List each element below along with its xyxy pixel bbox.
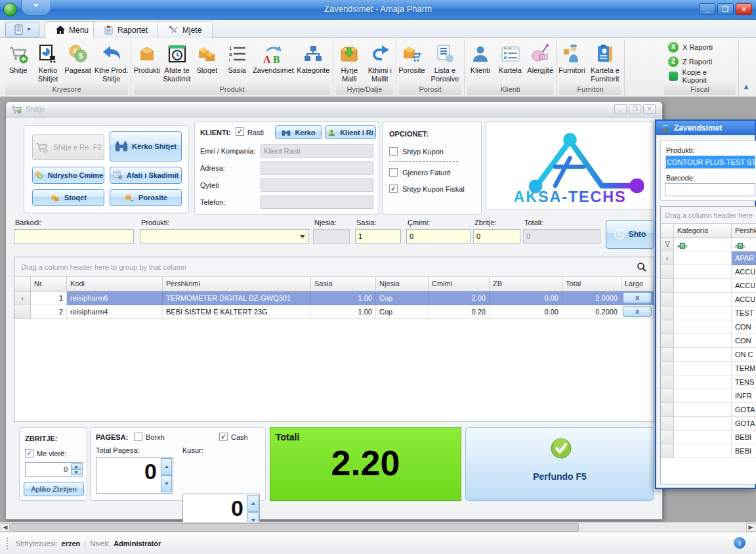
ribbon-item-klienti[interactable]: Klienti bbox=[466, 41, 495, 84]
change-prices-button[interactable]: $ Ndrysho Cmime bbox=[32, 167, 104, 184]
ribbon-collapse-button[interactable]: ▲ bbox=[739, 39, 753, 96]
new-sale-button[interactable]: Shitje e Re- F2 bbox=[32, 134, 104, 160]
scroll-left-button[interactable]: ◀ bbox=[1, 523, 10, 532]
shtyp-kupon-fiskal-checkbox[interactable]: ✓ bbox=[389, 184, 398, 193]
me-vlere-checkbox[interactable]: ✓ bbox=[25, 449, 33, 458]
ribbon-item-lista-porosive[interactable]: Lista e Porosive bbox=[427, 41, 463, 84]
list-item[interactable]: TERM bbox=[661, 362, 756, 375]
list-item[interactable]: CON bbox=[661, 334, 756, 348]
ribbon-item-kartela[interactable]: Kartela bbox=[496, 41, 525, 84]
column-header-sasia[interactable]: Sasia bbox=[311, 277, 376, 291]
totali-entry-input[interactable] bbox=[523, 229, 600, 244]
ribbon-item-sasia[interactable]: 1ai Sasia bbox=[222, 41, 251, 84]
apply-discount-button[interactable]: Apliko Zbritjen bbox=[24, 482, 84, 496]
list-item[interactable]: ON C bbox=[661, 348, 756, 362]
total-pagesa-spinner[interactable]: 0 bbox=[96, 457, 173, 494]
ribbon-item-produkti[interactable]: Produkti bbox=[133, 41, 161, 84]
cmimi-input[interactable] bbox=[406, 229, 471, 244]
shitje-window-titlebar[interactable]: Shitje _ ❒ ✕ bbox=[6, 102, 662, 117]
spin-up-button[interactable] bbox=[247, 495, 259, 512]
shto-button[interactable]: Shto bbox=[606, 220, 654, 249]
column-header-kategoria[interactable]: Kategoria bbox=[674, 224, 732, 238]
stocks-button[interactable]: Stoqet bbox=[32, 189, 104, 206]
ribbon-item-kthimi-mallit[interactable]: Kthimi i Mallit bbox=[366, 41, 395, 84]
ribbon-item-hyrje-malli[interactable]: Hyrje Malli bbox=[335, 41, 364, 84]
cash-checkbox[interactable]: ✓ bbox=[219, 433, 228, 441]
list-item[interactable]: TEST bbox=[661, 307, 756, 320]
maximize-button[interactable]: ❒ bbox=[629, 104, 641, 114]
spin-up-button[interactable] bbox=[71, 463, 81, 469]
table-row[interactable]: 2 reisipharm4 BEBI SISTEM E KALTERT 23G … bbox=[14, 305, 654, 319]
ribbon-item-kategorite[interactable]: Kategorite bbox=[295, 41, 331, 84]
telefon-input[interactable] bbox=[261, 196, 373, 209]
rp-produkti-input[interactable]: CONTOUR PLUS-TEST STR bbox=[665, 156, 755, 169]
list-item[interactable]: INFR bbox=[661, 389, 756, 403]
remove-row-button[interactable]: x bbox=[623, 292, 652, 303]
tab-mjete[interactable]: Mjete bbox=[158, 21, 213, 38]
column-header-cmimi[interactable]: Cmimi bbox=[429, 277, 490, 291]
horizontal-scrollbar[interactable]: ◀ ▶ bbox=[0, 522, 756, 532]
list-item[interactable]: GOTA bbox=[661, 403, 756, 417]
list-item[interactable]: BEBI bbox=[661, 444, 756, 458]
close-button[interactable]: ✕ bbox=[643, 104, 656, 114]
produkti-select[interactable] bbox=[140, 229, 309, 244]
search-sales-button[interactable]: Kërko Shitjet bbox=[110, 131, 182, 161]
ribbon-item-zavendsimet[interactable]: AB Zavendsimet bbox=[253, 41, 294, 84]
close-button[interactable]: ✕ bbox=[736, 3, 752, 15]
ribbon-item-afate-te-skadimit[interactable]: Afate te Skadimit bbox=[163, 41, 192, 84]
list-item[interactable]: ACCU bbox=[661, 293, 756, 307]
filter-funnel-icon[interactable] bbox=[661, 238, 674, 251]
zbritje-input[interactable] bbox=[473, 229, 520, 244]
ribbon-item-kopje-kuponit[interactable]: Kopje e Kuponit bbox=[663, 70, 737, 83]
new-client-button[interactable]: ★ Klient i Ri bbox=[325, 125, 376, 139]
adresa-input[interactable] bbox=[261, 161, 373, 175]
column-header-njesia[interactable]: Njesia bbox=[376, 277, 429, 291]
ribbon-item-z-raporti[interactable]: Z Z Raporti bbox=[663, 55, 737, 69]
search-icon[interactable] bbox=[637, 262, 647, 272]
finish-sale-button[interactable]: Perfundo F5 bbox=[465, 427, 654, 501]
qyteti-input[interactable] bbox=[261, 179, 373, 192]
ribbon-item-porosite[interactable]: Porosite bbox=[398, 41, 426, 84]
expiry-button[interactable]: Afati i Skadimit bbox=[110, 167, 182, 184]
zbritje-value-spinner[interactable]: 0 bbox=[25, 462, 83, 477]
tab-raportet[interactable]: Raportet bbox=[93, 21, 159, 38]
list-item[interactable]: TENS bbox=[661, 375, 756, 389]
tab-menu[interactable]: Menu bbox=[45, 21, 100, 38]
list-item[interactable]: ACCU bbox=[661, 279, 756, 293]
remove-row-button[interactable]: x bbox=[623, 306, 652, 317]
ribbon-item-pagesat[interactable]: €$ Pagesat bbox=[64, 41, 92, 84]
ribbon-item-x-raporti[interactable]: X X Raporti bbox=[663, 41, 737, 54]
njesia-input[interactable] bbox=[313, 229, 350, 244]
list-item[interactable]: CON bbox=[661, 320, 756, 334]
spin-down-button[interactable] bbox=[161, 475, 172, 492]
ribbon-item-alergjite[interactable]: Alergjitë bbox=[526, 41, 555, 84]
sasia-input[interactable] bbox=[355, 229, 401, 244]
borxh-checkbox[interactable] bbox=[134, 433, 142, 441]
column-header-pershkrimi[interactable]: Pershkrimi bbox=[163, 277, 311, 291]
column-header-total[interactable]: Total bbox=[562, 277, 621, 291]
shtyp-kupon-checkbox[interactable] bbox=[389, 147, 398, 156]
minimize-button[interactable]: _ bbox=[699, 3, 715, 15]
emri-input[interactable] bbox=[261, 144, 373, 158]
list-item[interactable]: BEBI bbox=[661, 431, 756, 444]
filter-cell[interactable]: aBc bbox=[732, 238, 756, 251]
column-header-zb[interactable]: ZB bbox=[490, 277, 562, 291]
filter-cell[interactable]: aBc bbox=[674, 238, 732, 251]
zavendsimet-panel-titlebar[interactable]: AB Zavendsimet bbox=[656, 121, 755, 135]
application-menu-button[interactable] bbox=[5, 22, 39, 37]
rasti-checkbox[interactable]: ✓ bbox=[236, 127, 244, 136]
scroll-right-button[interactable]: ▶ bbox=[746, 523, 755, 532]
barkodi-input[interactable] bbox=[14, 229, 134, 244]
gjenero-fature-checkbox[interactable] bbox=[389, 168, 398, 177]
column-header-largo[interactable]: Largo bbox=[621, 277, 654, 291]
scrollbar-thumb[interactable] bbox=[10, 523, 579, 532]
ribbon-item-kartela-furnitorit[interactable]: Kartela e Furnitorit bbox=[587, 41, 623, 84]
list-item[interactable]: GOTA bbox=[661, 417, 756, 431]
column-header-kodi[interactable]: Kodi bbox=[67, 277, 163, 291]
kerko-client-button[interactable]: Kerko bbox=[275, 125, 322, 139]
ribbon-item-stoqet[interactable]: Stoqet bbox=[192, 41, 221, 84]
list-item[interactable]: ACCU bbox=[661, 265, 756, 279]
grid-groupby-bar[interactable]: Drag a column header here bbox=[661, 207, 756, 224]
spin-down-button[interactable] bbox=[71, 469, 81, 475]
rp-barcode-input[interactable] bbox=[665, 183, 755, 196]
